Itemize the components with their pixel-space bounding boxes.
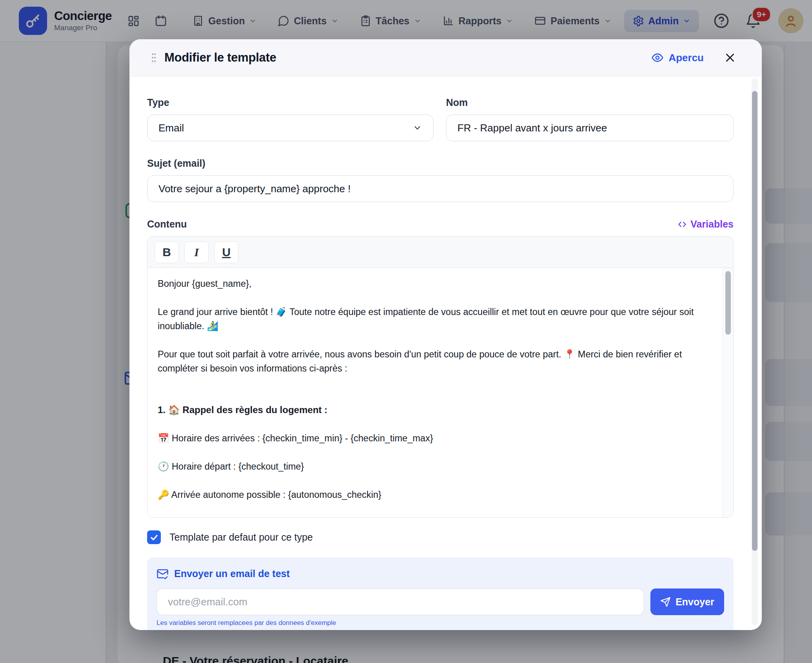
content-paragraph: Le grand jour arrive bientôt ! 🧳 Toute n… <box>158 305 708 333</box>
checkbox-label: Template par defaut pour ce type <box>169 532 313 543</box>
content-paragraph: 📅 Horaire des arrivées : {checkin_time_m… <box>158 431 708 445</box>
preview-label: Apercu <box>668 52 704 64</box>
eye-icon <box>651 51 664 64</box>
name-label: Nom <box>446 97 734 108</box>
test-email-title: Envoyer un email de test <box>174 568 290 579</box>
default-template-checkbox-row[interactable]: Template par defaut pour ce type <box>147 530 734 544</box>
underline-button[interactable]: U <box>214 241 239 263</box>
name-input[interactable] <box>446 115 734 141</box>
type-field: Type Email <box>147 97 433 141</box>
send-test-email-button[interactable]: Envoyer <box>650 588 724 615</box>
content-paragraph: Pour que tout soit parfait à votre arriv… <box>158 347 708 375</box>
editor-toolbar: B I U <box>147 237 733 268</box>
editor-scrollbar-track <box>723 268 733 517</box>
modal-scrollbar-track <box>752 78 758 625</box>
test-email-title-row: Envoyer un email de test <box>157 568 724 580</box>
italic-button[interactable]: I <box>184 241 209 263</box>
mail-check-icon <box>157 568 169 580</box>
subject-field: Sujet (email) <box>147 158 734 202</box>
close-button[interactable] <box>722 49 738 66</box>
modal-scrollbar-thumb[interactable] <box>752 91 757 551</box>
subject-label: Sujet (email) <box>147 158 734 169</box>
test-email-input-row: Envoyer <box>157 588 724 615</box>
edit-template-modal: Modifier le template Apercu Type <box>129 39 762 630</box>
close-icon <box>723 51 737 64</box>
modal-title: Modifier le template <box>164 51 276 65</box>
content-paragraph: 1. 🏠 Rappel des règles du logement : <box>158 403 708 417</box>
bold-button[interactable]: B <box>155 241 179 263</box>
content-paragraph: Bonjour {guest_name}, <box>158 277 708 291</box>
drag-handle-icon[interactable] <box>151 52 157 64</box>
chevron-down-icon <box>413 123 422 133</box>
rich-text-editor: B I U Bonjour {guest_name}, Le grand jou… <box>147 236 734 518</box>
modal-header: Modifier le template Apercu <box>129 39 762 76</box>
content-paragraph: 🕐 Horaire départ : {checkout_time} <box>158 459 708 474</box>
send-label: Envoyer <box>675 596 714 608</box>
name-field: Nom <box>446 97 734 141</box>
editor-scrollbar-thumb[interactable] <box>725 271 731 335</box>
variables-label: Variables <box>690 219 734 230</box>
code-icon <box>677 219 687 230</box>
paper-plane-icon <box>660 597 671 607</box>
variables-button[interactable]: Variables <box>677 219 734 230</box>
content-paragraph: 🔑 Arrivée autonome possible : {autonomou… <box>158 488 708 502</box>
preview-button[interactable]: Apercu <box>651 51 704 64</box>
editor-content-area[interactable]: Bonjour {guest_name}, Le grand jour arri… <box>147 268 733 517</box>
type-name-row: Type Email Nom <box>147 97 734 141</box>
test-email-input[interactable] <box>157 588 644 615</box>
test-email-hint: Les variables seront remplacees par des … <box>157 619 724 627</box>
type-label: Type <box>147 97 433 108</box>
modal-header-actions: Apercu <box>651 49 738 66</box>
type-select-value: Email <box>158 122 184 134</box>
type-select[interactable]: Email <box>147 115 433 141</box>
content-label: Contenu <box>147 219 187 230</box>
test-email-panel: Envoyer un email de test Envoyer Les var… <box>147 557 734 630</box>
subject-input[interactable] <box>147 175 734 202</box>
content-header-row: Contenu Variables <box>147 219 734 230</box>
checkbox-checked-icon[interactable] <box>147 530 161 544</box>
modal-body: Type Email Nom Sujet (email) Contenu <box>129 76 762 630</box>
